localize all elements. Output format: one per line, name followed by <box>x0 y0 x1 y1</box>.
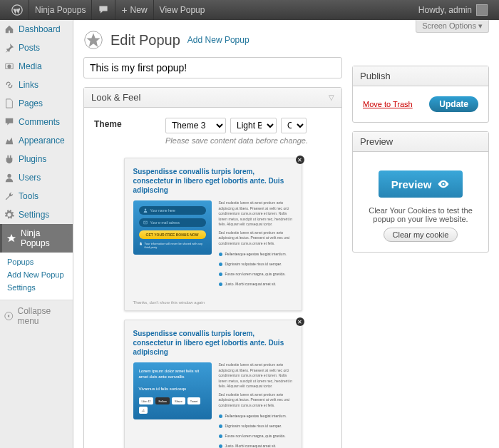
optin-email-input[interactable]: Your e-mail adress <box>139 218 206 227</box>
svg-point-5 <box>144 209 145 210</box>
submenu: Popups Add New Popup Settings <box>0 253 73 300</box>
menu-tools[interactable]: Tools <box>0 187 73 205</box>
users-icon <box>4 173 14 183</box>
avatar <box>476 4 488 16</box>
home-icon <box>4 24 14 34</box>
theme-label: Theme <box>94 118 165 129</box>
preview-heading: Preview <box>360 136 393 147</box>
page-icon-star <box>83 30 103 50</box>
social-share-button[interactable]: Share <box>172 397 185 404</box>
social-plusone-button[interactable]: +1 <box>139 407 148 414</box>
popup-preview-social: ✕ Suspendisse convallis turpis lorem, co… <box>124 320 302 448</box>
eye-icon <box>437 178 450 190</box>
comments-icon <box>4 117 14 127</box>
close-icon[interactable]: ✕ <box>296 317 304 326</box>
optin-name-input[interactable]: Your name here <box>139 206 206 215</box>
howdy[interactable]: Howdy, admin <box>413 0 493 20</box>
popup-para: Sed molestie lorem sit amet pretium ante… <box>219 362 293 390</box>
admin-sidebar: Dashboard Posts Media Links Pages Commen… <box>0 20 73 448</box>
popup-headline: Suspendisse convallis turpis lorem, cons… <box>133 167 293 195</box>
menu-dashboard[interactable]: Dashboard <box>0 20 73 39</box>
pin-icon <box>4 43 14 53</box>
menu-appearance[interactable]: Appearance <box>0 131 73 150</box>
collapse-menu[interactable]: Collapse menu <box>0 300 73 332</box>
menu-pages[interactable]: Pages <box>0 94 73 113</box>
social-tweet-button[interactable]: Tweet <box>187 397 201 404</box>
clear-cookie-button[interactable]: Clear my cookie <box>384 228 458 242</box>
site-name[interactable]: Ninja Popups <box>29 0 91 20</box>
publish-heading: Publish <box>360 71 391 81</box>
settings-icon <box>4 210 14 220</box>
comments-bubble[interactable] <box>92 0 115 20</box>
social-follow-button[interactable]: Follow <box>155 397 170 404</box>
link-icon <box>4 80 14 90</box>
popup-para: Sed molestie lorem sit amet pretium ante… <box>219 230 293 247</box>
appearance-icon <box>4 136 14 146</box>
optin-panel: Your name here Your e-mail adress GET YO… <box>133 200 212 255</box>
update-button[interactable]: Update <box>429 96 478 112</box>
svg-point-1 <box>7 64 11 68</box>
optin-submit-button[interactable]: GET YOUR FREE BONUS NOW <box>139 230 206 239</box>
menu-plugins[interactable]: Plugins <box>0 150 73 168</box>
move-to-trash[interactable]: Move to Trash <box>363 100 413 108</box>
theme-hint: Please save content data before change. <box>165 136 331 145</box>
lookfeel-box: Look & Feel▽ Theme Theme 3 Light Blue Op… <box>83 87 342 448</box>
submenu-add-new[interactable]: Add New Popup <box>7 268 73 281</box>
wordpress-icon <box>11 4 23 16</box>
mode-select[interactable]: Opt-in <box>281 118 307 133</box>
popup-bullets: Pellentesque egestas feugiat interdum. D… <box>219 412 293 448</box>
social-like-button[interactable]: Like 42 <box>139 397 154 404</box>
preview-text: Clear Your Cookies to test the popup on … <box>363 206 478 223</box>
color-select[interactable]: Light Blue <box>230 118 277 133</box>
menu-users[interactable]: Users <box>0 168 73 187</box>
publish-box: Publish Move to Trash Update <box>352 66 489 123</box>
popup-para: Sed molestie lorem sit amet pretium ante… <box>219 200 293 228</box>
tools-icon <box>4 191 14 201</box>
wp-logo[interactable] <box>6 0 29 20</box>
main-content: Screen Options ▾ Edit Popup Add New Popu… <box>73 20 499 448</box>
comment-icon <box>98 4 109 16</box>
menu-links[interactable]: Links <box>0 76 73 94</box>
preview-box: Preview Preview Clear Your Cookies to te… <box>352 131 489 253</box>
page-icon <box>4 98 14 108</box>
view-popup[interactable]: View Popup <box>154 0 211 20</box>
popup-para: Sed molestie lorem sit amet pretium ante… <box>219 392 293 409</box>
submenu-popups[interactable]: Popups <box>7 255 73 268</box>
social-panel: Lorem ipsum dolor amet felis sit amet du… <box>133 362 212 419</box>
popup-preview-optin: ✕ Suspendisse convallis turpis lorem, co… <box>124 158 302 311</box>
add-new-link[interactable]: Add New Popup <box>187 35 250 45</box>
menu-ninja-popups[interactable]: Ninja Popups <box>0 224 73 253</box>
submenu-settings[interactable]: Settings <box>7 281 73 294</box>
collapse-icon <box>4 311 14 321</box>
toggle-icon[interactable]: ▽ <box>329 93 334 101</box>
menu-comments[interactable]: Comments <box>0 113 73 131</box>
menu-media[interactable]: Media <box>0 57 73 76</box>
close-icon[interactable]: ✕ <box>296 156 304 164</box>
admin-bar: Ninja Popups +New View Popup Howdy, admi… <box>0 0 499 20</box>
menu-settings[interactable]: Settings <box>0 205 73 224</box>
popup-headline: Suspendisse convallis turpis lorem, cons… <box>133 329 293 357</box>
media-icon <box>4 61 14 71</box>
screen-options[interactable]: Screen Options ▾ <box>416 20 489 33</box>
theme-select[interactable]: Theme 3 <box>165 118 226 133</box>
lookfeel-heading: Look & Feel <box>91 92 140 103</box>
svg-point-2 <box>7 174 11 178</box>
post-title-input[interactable] <box>83 57 342 78</box>
star-icon <box>6 233 16 243</box>
popup-footer[interactable]: Thanks, don't show this window again <box>125 297 302 310</box>
new-content[interactable]: +New <box>115 0 153 20</box>
menu-posts[interactable]: Posts <box>0 39 73 57</box>
plugin-icon <box>4 154 14 164</box>
preview-button[interactable]: Preview <box>379 170 463 198</box>
popup-bullets: Pellentesque egestas feugiat interdum. D… <box>219 250 293 288</box>
page-title: Edit Popup <box>110 32 180 49</box>
